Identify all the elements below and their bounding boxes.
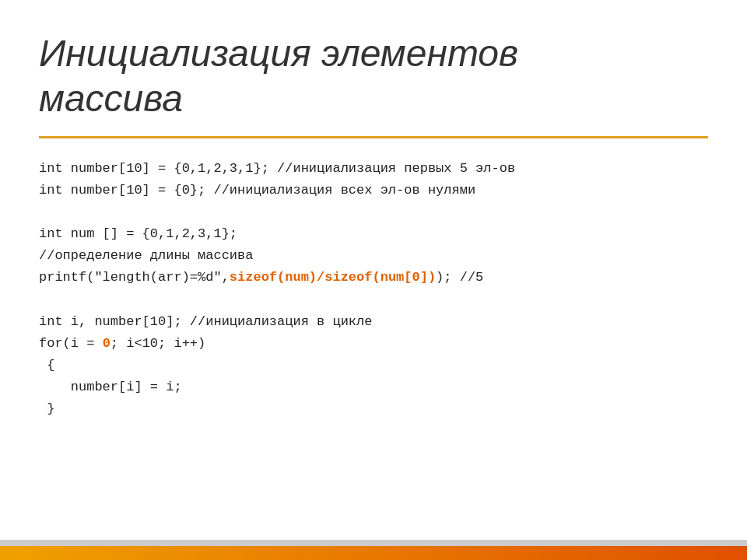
code-text: int number[10] = {0,1,2,3,1}; //инициали… — [39, 161, 515, 176]
code-line-4: int num [] = {0,1,2,3,1}; — [39, 223, 708, 245]
slide: Инициализация элементовмассива int numbe… — [0, 0, 747, 560]
code-text: { — [39, 358, 54, 373]
bottom-bar-orange — [0, 546, 747, 560]
code-line-10: { — [39, 355, 708, 376]
code-line-11: number[i] = i; — [39, 376, 708, 398]
title-divider — [39, 136, 708, 138]
code-line-5: //определение длины массива — [39, 245, 708, 267]
highlight-zero: 0 — [103, 336, 110, 351]
bottom-bar-gray — [0, 540, 747, 546]
code-text: int num [] = {0,1,2,3,1}; — [39, 226, 237, 241]
code-line-7 — [39, 289, 708, 310]
code-line-8: int i, number[10]; //инициализация в цик… — [39, 311, 708, 333]
code-text: //определение длины массива — [39, 248, 253, 263]
code-text: number[i] = i; — [39, 380, 182, 394]
slide-title: Инициализация элементовмассива — [39, 31, 708, 121]
code-line-2: int number[10] = {0}; //инициализация вс… — [39, 180, 708, 201]
code-line-3 — [39, 201, 708, 223]
code-text: for(i = 0; i<10; i++) — [39, 336, 205, 351]
code-block: int number[10] = {0,1,2,3,1}; //инициали… — [39, 158, 708, 420]
code-line-1: int number[10] = {0,1,2,3,1}; //инициали… — [39, 158, 708, 180]
code-text: int number[10] = {0}; //инициализация вс… — [39, 183, 475, 198]
code-text: } — [39, 401, 54, 416]
code-line-12: } — [39, 398, 708, 420]
code-line-6: printf("length(arr)=%d",sizeof(num)/size… — [39, 267, 708, 289]
code-line-9: for(i = 0; i<10; i++) — [39, 333, 708, 355]
highlight-sizeof: sizeof(num)/sizeof(num[0]) — [230, 270, 436, 285]
code-text: printf("length(arr)=%d",sizeof(num)/size… — [39, 270, 483, 285]
code-text: int i, number[10]; //инициализация в цик… — [39, 314, 372, 329]
